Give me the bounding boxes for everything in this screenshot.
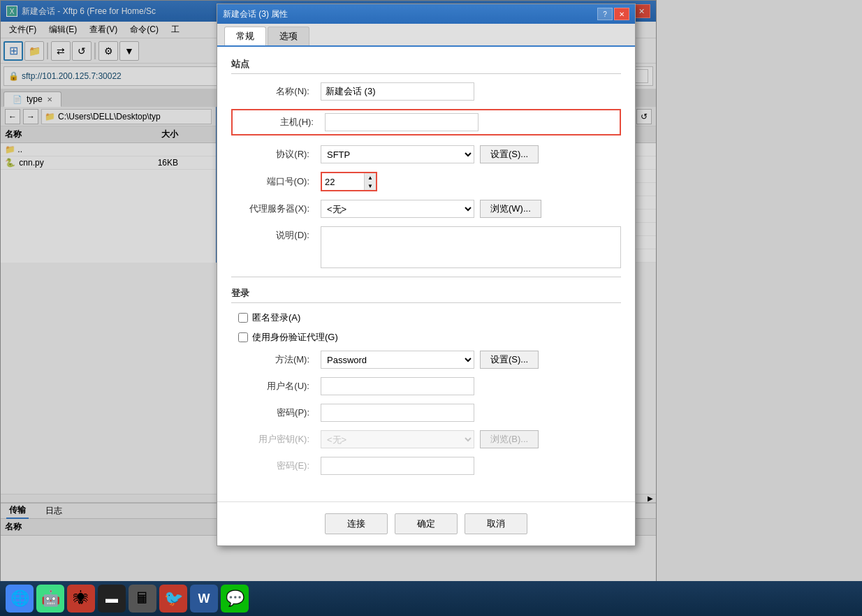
method-label: 方法(M): xyxy=(231,353,315,366)
name-input[interactable] xyxy=(321,82,474,101)
proxy-select[interactable]: <无> xyxy=(321,200,474,218)
port-label: 端口号(O): xyxy=(231,175,315,188)
tab-options[interactable]: 选项 xyxy=(268,27,309,45)
keypwd-field-row: 密码(E): xyxy=(231,457,621,475)
proxy-label: 代理服务器(X): xyxy=(231,203,315,215)
userkey-label: 用户密钥(K): xyxy=(231,433,315,446)
spider-icon: 🕷 xyxy=(73,589,89,608)
userkey-browse-button[interactable]: 浏览(B)... xyxy=(480,430,539,448)
anonymous-label: 匿名登录(A) xyxy=(252,311,300,324)
modal-footer: 连接 确定 取消 xyxy=(217,501,635,545)
antivirus-icon: 🐦 xyxy=(164,589,183,608)
taskbar-android[interactable]: 🤖 xyxy=(36,585,64,613)
description-label: 说明(D): xyxy=(231,226,315,242)
userkey-select: <无> xyxy=(321,430,474,448)
username-field-row: 用户名(U): xyxy=(231,377,621,395)
keypwd-label: 密码(E): xyxy=(231,460,315,472)
calculator-icon: 🖩 xyxy=(135,589,150,608)
agent-checkbox[interactable] xyxy=(238,332,248,342)
modal-help-button[interactable]: ? xyxy=(597,8,613,20)
agent-row: 使用身份验证代理(G) xyxy=(231,331,621,344)
modal-title: 新建会话 (3) 属性 xyxy=(223,8,596,20)
tab-general[interactable]: 常规 xyxy=(224,27,266,45)
username-label: 用户名(U): xyxy=(231,380,315,393)
password-input[interactable] xyxy=(321,404,474,422)
login-section-title: 登录 xyxy=(231,287,621,303)
protocol-select[interactable]: SFTP xyxy=(321,145,474,163)
wechat-icon: 💬 xyxy=(226,589,244,608)
password-field-row: 密码(P): xyxy=(231,404,621,422)
chrome-icon: 🌐 xyxy=(10,589,29,608)
modal-dialog: 新建会话 (3) 属性 ? ✕ 常规 选项 站点 名称(N): 主机(H): xyxy=(217,3,636,546)
host-label: 主机(H): xyxy=(235,116,319,129)
proxy-field-row: 代理服务器(X): <无> 浏览(W)... xyxy=(231,200,621,218)
protocol-settings-button[interactable]: 设置(S)... xyxy=(480,145,539,163)
name-label: 名称(N): xyxy=(231,85,315,98)
modal-content: 站点 名称(N): 主机(H): 协议(R): SFTP 设置(S)... xyxy=(217,47,635,494)
host-input[interactable] xyxy=(325,113,479,131)
taskbar: 🌐 🤖 🕷 ▬ 🖩 🐦 W 💬 xyxy=(0,581,862,616)
word-icon: W xyxy=(198,592,210,606)
description-field-row: 说明(D): xyxy=(231,226,621,268)
keypwd-input[interactable] xyxy=(321,457,474,475)
modal-overlay: 新建会话 (3) 属性 ? ✕ 常规 选项 站点 名称(N): 主机(H): xyxy=(0,0,862,581)
modal-titlebar: 新建会话 (3) 属性 ? ✕ xyxy=(217,4,635,24)
username-input[interactable] xyxy=(321,377,474,395)
ok-button[interactable]: 确定 xyxy=(395,513,458,534)
anonymous-checkbox[interactable] xyxy=(238,313,248,323)
port-spinner: ▲ ▼ xyxy=(364,173,376,190)
port-up-button[interactable]: ▲ xyxy=(365,173,376,182)
description-textarea[interactable] xyxy=(321,226,621,268)
terminal-icon: ▬ xyxy=(105,592,118,606)
port-input[interactable] xyxy=(322,173,364,190)
taskbar-wechat[interactable]: 💬 xyxy=(221,585,249,613)
name-field-row: 名称(N): xyxy=(231,82,621,101)
taskbar-terminal[interactable]: ▬ xyxy=(98,585,126,613)
taskbar-spider[interactable]: 🕷 xyxy=(67,585,95,613)
taskbar-chrome[interactable]: 🌐 xyxy=(6,585,34,613)
port-field-row: 端口号(O): ▲ ▼ xyxy=(231,172,621,191)
port-down-button[interactable]: ▼ xyxy=(365,182,376,190)
modal-close-button[interactable]: ✕ xyxy=(614,8,629,20)
android-icon: 🤖 xyxy=(41,589,60,608)
proxy-browse-button[interactable]: 浏览(W)... xyxy=(480,200,541,218)
protocol-field-row: 协议(R): SFTP 设置(S)... xyxy=(231,145,621,163)
modal-tab-bar: 常规 选项 xyxy=(217,24,635,47)
host-field-row: 主机(H): xyxy=(231,109,621,135)
port-input-wrapper: ▲ ▼ xyxy=(321,172,377,191)
station-section-title: 站点 xyxy=(231,58,621,74)
method-settings-button[interactable]: 设置(S)... xyxy=(480,351,539,369)
userkey-field-row: 用户密钥(K): <无> 浏览(B)... xyxy=(231,430,621,448)
taskbar-calculator[interactable]: 🖩 xyxy=(129,585,156,613)
method-field-row: 方法(M): Password 设置(S)... xyxy=(231,351,621,369)
password-label: 密码(P): xyxy=(231,406,315,419)
agent-label: 使用身份验证代理(G) xyxy=(252,331,338,344)
section-divider xyxy=(231,277,621,277)
taskbar-antivirus[interactable]: 🐦 xyxy=(159,585,187,613)
method-select[interactable]: Password xyxy=(321,351,474,369)
cancel-button[interactable]: 取消 xyxy=(465,513,527,534)
taskbar-word[interactable]: W xyxy=(190,585,218,613)
connect-button[interactable]: 连接 xyxy=(325,513,388,534)
anonymous-row: 匿名登录(A) xyxy=(231,311,621,324)
protocol-label: 协议(R): xyxy=(231,148,315,161)
